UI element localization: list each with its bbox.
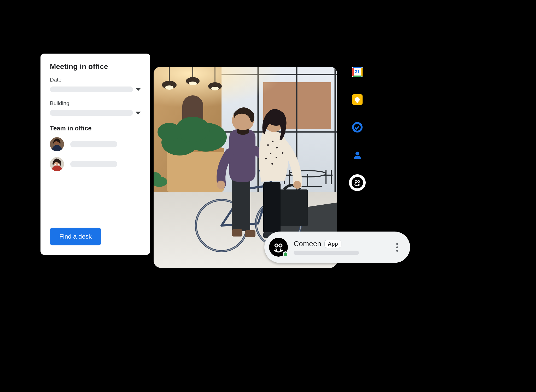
team-member-name-placeholder <box>70 161 117 167</box>
svg-point-18 <box>189 82 197 85</box>
space-name: Comeen <box>294 240 321 248</box>
space-avatar <box>269 238 288 257</box>
svg-point-70 <box>355 181 357 183</box>
svg-point-57 <box>265 158 267 159</box>
building-value-placeholder <box>50 110 133 116</box>
team-member-name-placeholder <box>70 141 117 147</box>
date-label: Date <box>50 77 141 83</box>
svg-rect-43 <box>276 189 308 226</box>
svg-rect-50 <box>245 230 255 237</box>
svg-point-61 <box>293 181 301 189</box>
team-in-office-title: Team in office <box>50 125 141 132</box>
comeen-space-chip[interactable]: Comeen App <box>264 232 410 263</box>
svg-point-28 <box>158 123 181 141</box>
avatar <box>50 137 64 151</box>
svg-point-72 <box>275 244 278 247</box>
comeen-app-icon[interactable] <box>349 174 366 191</box>
date-value-placeholder <box>50 87 133 92</box>
find-a-desk-button[interactable]: Find a desk <box>50 228 101 245</box>
team-member-row <box>50 157 141 171</box>
svg-point-59 <box>282 152 283 154</box>
card-title: Meeting in office <box>50 62 141 71</box>
svg-point-71 <box>358 181 360 183</box>
chevron-down-icon <box>136 88 141 91</box>
side-app-rail: 31 <box>351 67 364 191</box>
svg-point-53 <box>272 141 273 142</box>
chevron-down-icon <box>136 112 141 114</box>
svg-point-46 <box>217 181 225 189</box>
keep-icon[interactable] <box>352 94 363 105</box>
team-member-row <box>50 137 141 151</box>
svg-rect-49 <box>232 229 242 237</box>
calendar-day-number: 31 <box>352 67 363 77</box>
svg-rect-51 <box>263 182 281 234</box>
svg-point-55 <box>270 153 271 154</box>
building-select[interactable] <box>50 110 141 116</box>
presence-dot <box>283 251 288 257</box>
space-subtitle-placeholder <box>294 251 359 255</box>
meeting-in-office-card: Meeting in office Date Building Team in … <box>40 54 150 255</box>
svg-point-60 <box>271 163 273 165</box>
app-badge: App <box>324 240 341 248</box>
svg-rect-44 <box>232 179 250 231</box>
date-select[interactable] <box>50 87 141 92</box>
svg-point-58 <box>276 157 277 158</box>
svg-point-27 <box>176 117 210 142</box>
svg-point-54 <box>276 147 278 148</box>
contacts-icon[interactable] <box>352 150 363 160</box>
svg-point-69 <box>356 152 359 155</box>
svg-point-73 <box>279 244 282 247</box>
svg-point-15 <box>165 85 173 90</box>
tasks-icon[interactable] <box>352 122 363 132</box>
svg-point-21 <box>211 87 219 90</box>
avatar <box>50 157 64 171</box>
svg-rect-45 <box>229 129 255 182</box>
svg-point-52 <box>267 144 269 146</box>
more-options-button[interactable] <box>391 243 403 252</box>
building-label: Building <box>50 100 141 106</box>
calendar-icon[interactable]: 31 <box>352 67 363 77</box>
